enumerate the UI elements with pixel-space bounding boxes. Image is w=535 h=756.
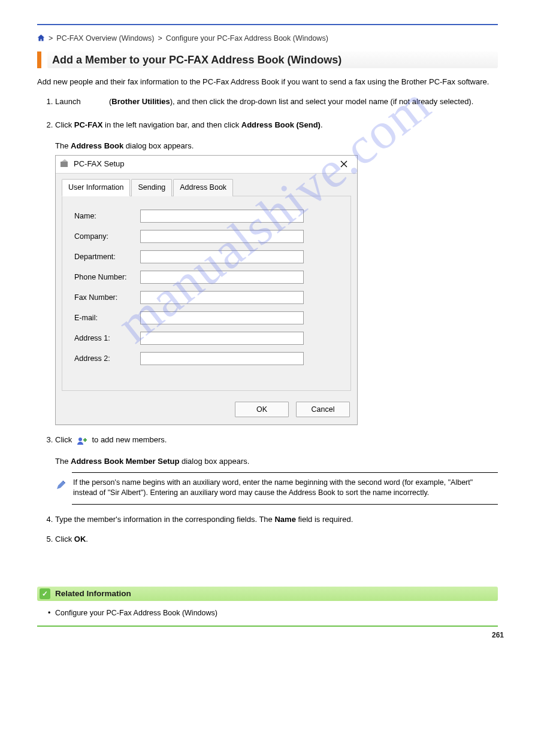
label-fax: Fax Number:: [74, 293, 140, 303]
add-member-icon: [77, 436, 87, 445]
step3-b: to add new members.: [92, 435, 167, 444]
page-number: 261: [492, 630, 504, 640]
step2-f: The: [55, 141, 68, 150]
bullet-icon: •: [48, 608, 52, 618]
step2-g: Address Book: [71, 141, 123, 150]
related-link-text: Configure your PC-Fax Address Book (Wind…: [55, 609, 217, 617]
cancel-button[interactable]: Cancel: [296, 402, 350, 417]
breadcrumb: > PC-FAX Overview (Windows) > Configure …: [37, 34, 498, 44]
note-block: If the person's name begins with an auxi…: [72, 472, 498, 505]
breadcrumb-level2[interactable]: Configure your PC-Fax Address Book (Wind…: [166, 34, 328, 44]
email-field[interactable]: [140, 311, 304, 324]
section-heading-row: Add a Member to your PC-FAX Address Book…: [37, 51, 498, 68]
step1-a: Launch: [55, 97, 81, 106]
check-icon: ✓: [40, 588, 50, 599]
step5-b: OK: [74, 535, 86, 544]
steps-list: Launch ★ (Brother Utilities), and then c…: [37, 95, 498, 545]
breadcrumb-sep: >: [158, 34, 162, 44]
pcfax-setup-dialog: PC-FAX Setup User Information Sending Ad…: [55, 155, 358, 426]
dialog-tabs: User Information Sending Address Book: [62, 178, 351, 197]
top-rule: [37, 24, 498, 25]
step2-a: Click: [55, 120, 72, 129]
note-text: If the person's name begins with an auxi…: [73, 478, 498, 498]
name-field[interactable]: [140, 210, 304, 223]
step2-b: PC-FAX: [74, 120, 103, 129]
close-icon[interactable]: [334, 157, 353, 171]
note-rule-bottom: [72, 504, 498, 505]
tab-address-book[interactable]: Address Book: [173, 179, 233, 197]
department-field[interactable]: [140, 250, 304, 263]
label-company: Company:: [74, 232, 140, 242]
tab-user-information[interactable]: User Information: [62, 179, 130, 197]
dialog-footer: OK Cancel: [56, 396, 357, 424]
tab-panel-user-information: Name: Company: Department: Phone Number:…: [62, 196, 351, 391]
tab-sending[interactable]: Sending: [131, 179, 172, 197]
dialog-title: PC-FAX Setup: [74, 159, 125, 169]
label-address1: Address 1:: [74, 333, 140, 344]
step5-c: .: [86, 535, 88, 544]
step3-d: Address Book Member Setup: [71, 457, 179, 466]
address1-field[interactable]: [140, 332, 304, 345]
step1-c: Brother Utilities: [111, 97, 170, 106]
dialog-titlebar: PC-FAX Setup: [56, 156, 357, 174]
label-address2: Address 2:: [74, 354, 140, 364]
home-icon[interactable]: [37, 34, 45, 42]
label-department: Department:: [74, 252, 140, 262]
ok-button[interactable]: OK: [235, 402, 289, 417]
step2-e: .: [321, 120, 323, 129]
company-field[interactable]: [140, 230, 304, 243]
section-title: Add a Member to your PC-FAX Address Book…: [47, 51, 498, 68]
pencil-icon: [55, 479, 67, 491]
svg-rect-0: [61, 162, 68, 167]
step2-h: dialog box appears.: [126, 141, 194, 150]
step3-c: The: [55, 457, 68, 466]
phone-field[interactable]: [140, 271, 304, 284]
step-5: Click OK.: [55, 534, 498, 545]
label-name: Name:: [74, 211, 140, 221]
related-heading: Related Information: [55, 588, 131, 599]
svg-point-1: [78, 438, 82, 441]
fax-field[interactable]: [140, 291, 304, 304]
address2-field[interactable]: [140, 352, 304, 365]
label-phone: Phone Number:: [74, 272, 140, 283]
breadcrumb-sep: >: [49, 34, 53, 44]
intro-paragraph: Add new people and their fax information…: [37, 77, 498, 87]
step-1: Launch ★ (Brother Utilities), and then c…: [55, 95, 498, 110]
step3-e: dialog box appears.: [182, 457, 249, 466]
breadcrumb-level1[interactable]: PC-FAX Overview (Windows): [56, 34, 154, 44]
step1-d: ), and then click the drop-down list and…: [170, 97, 474, 106]
green-rule: [37, 626, 498, 627]
step-4: Type the member's information in the cor…: [55, 514, 498, 525]
step4-b: Name: [274, 515, 295, 524]
related-link[interactable]: •Configure your PC-Fax Address Book (Win…: [48, 608, 498, 618]
label-email: E-mail:: [74, 313, 140, 323]
step-3: Click to add new members. The Address Bo…: [55, 435, 498, 504]
dialog-app-icon: [59, 159, 70, 169]
related-information: ✓ Related Information •Configure your PC…: [37, 587, 498, 627]
step2-c: in the left navigation bar, and then cli…: [105, 120, 239, 129]
heading-accent-bar: [37, 51, 41, 68]
step4-a: Type the member's information in the cor…: [55, 515, 273, 524]
step5-a: Click: [55, 535, 72, 544]
step3-a: Click: [55, 435, 72, 444]
step2-d: Address Book (Send): [241, 120, 321, 129]
step-2: Click PC-FAX in the left navigation bar,…: [55, 120, 498, 426]
step4-c: field is required.: [298, 515, 353, 524]
brother-utilities-icon: ★: [85, 93, 104, 109]
